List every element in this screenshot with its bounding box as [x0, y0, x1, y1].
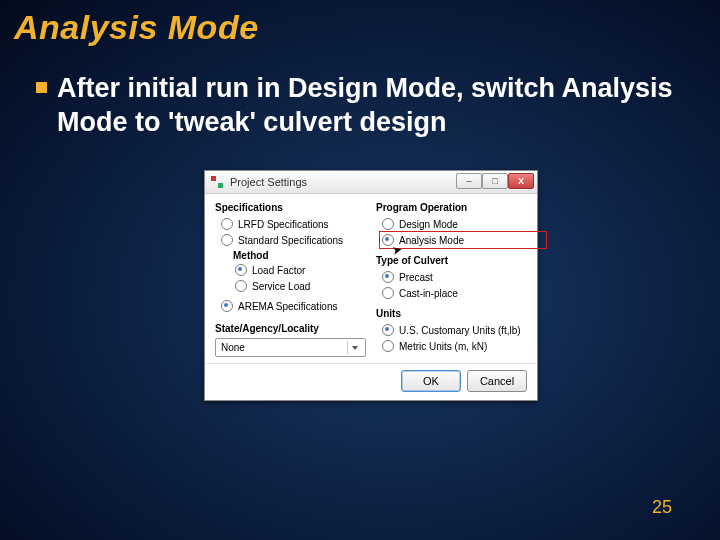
radio-analysis-mode[interactable]: Analysis Mode ➤: [382, 233, 527, 247]
group-units: Units: [376, 308, 527, 319]
radio-precast[interactable]: Precast: [382, 270, 527, 284]
bullet-item: After initial run in Design Mode, switch…: [36, 72, 690, 140]
group-state-agency: State/Agency/Locality: [215, 323, 366, 334]
radio-lrfd[interactable]: LRFD Specifications: [221, 217, 366, 231]
radio-icon: [382, 340, 394, 352]
bullet-icon: [36, 82, 47, 93]
maximize-button[interactable]: □: [482, 173, 508, 189]
radio-icon: [382, 287, 394, 299]
group-program-operation: Program Operation: [376, 202, 527, 213]
group-specifications: Specifications: [215, 202, 366, 213]
radio-label: LRFD Specifications: [238, 219, 329, 230]
right-column: Program Operation Design Mode Analysis M…: [376, 202, 527, 357]
slide-title: Analysis Mode: [14, 8, 259, 47]
radio-label: Service Load: [252, 281, 310, 292]
radio-icon: [382, 271, 394, 283]
radio-service-load[interactable]: Service Load: [235, 279, 366, 293]
radio-label: Analysis Mode: [399, 235, 464, 246]
ok-button[interactable]: OK: [401, 370, 461, 392]
minimize-button[interactable]: –: [456, 173, 482, 189]
chevron-down-icon: [347, 341, 362, 354]
radio-icon: [382, 218, 394, 230]
radio-standard-spec[interactable]: Standard Specifications: [221, 233, 366, 247]
radio-label: U.S. Customary Units (ft,lb): [399, 325, 521, 336]
close-icon: X: [518, 177, 524, 186]
radio-design-mode[interactable]: Design Mode: [382, 217, 527, 231]
radio-icon: [235, 264, 247, 276]
maximize-icon: □: [492, 177, 497, 186]
radio-icon: [221, 218, 233, 230]
bullet-text: After initial run in Design Mode, switch…: [57, 72, 690, 140]
close-button[interactable]: X: [508, 173, 534, 189]
page-number: 25: [652, 497, 672, 518]
radio-label: Precast: [399, 272, 433, 283]
radio-arema[interactable]: AREMA Specifications: [221, 299, 366, 313]
radio-load-factor[interactable]: Load Factor: [235, 263, 366, 277]
dialog-button-row: OK Cancel: [205, 363, 537, 400]
radio-icon: [221, 234, 233, 246]
state-agency-dropdown[interactable]: None: [215, 338, 366, 357]
radio-icon: [235, 280, 247, 292]
left-column: Specifications LRFD Specifications Stand…: [215, 202, 366, 357]
radio-label: Cast-in-place: [399, 288, 458, 299]
dialog-title: Project Settings: [230, 176, 307, 188]
radio-label: AREMA Specifications: [238, 301, 338, 312]
dialog-body: Specifications LRFD Specifications Stand…: [205, 194, 537, 363]
radio-metric-units[interactable]: Metric Units (m, kN): [382, 339, 527, 353]
radio-us-units[interactable]: U.S. Customary Units (ft,lb): [382, 323, 527, 337]
cancel-button[interactable]: Cancel: [467, 370, 527, 392]
radio-label: Load Factor: [252, 265, 305, 276]
radio-label: Design Mode: [399, 219, 458, 230]
radio-icon: [382, 324, 394, 336]
radio-label: Standard Specifications: [238, 235, 343, 246]
radio-icon: [221, 300, 233, 312]
project-settings-dialog: Project Settings – □ X Specifications LR…: [204, 170, 538, 401]
radio-cast-in-place[interactable]: Cast-in-place: [382, 286, 527, 300]
dropdown-value: None: [221, 342, 245, 353]
app-icon: [209, 174, 225, 190]
dialog-titlebar[interactable]: Project Settings – □ X: [205, 171, 537, 194]
minimize-icon: –: [466, 177, 471, 186]
group-method: Method: [233, 250, 366, 261]
radio-label: Metric Units (m, kN): [399, 341, 487, 352]
